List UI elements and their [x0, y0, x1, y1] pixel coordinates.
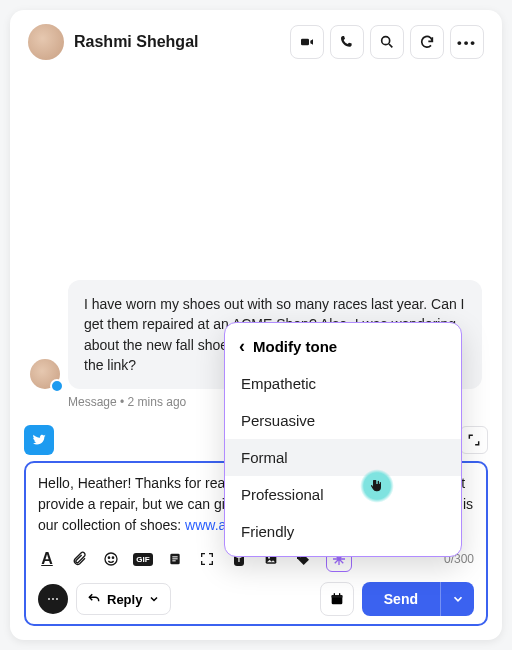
more-button[interactable]: •••	[450, 25, 484, 59]
svg-point-4	[108, 557, 109, 558]
svg-rect-14	[331, 595, 342, 598]
voice-call-button[interactable]	[330, 25, 364, 59]
svg-line-2	[389, 44, 392, 47]
contact-avatar[interactable]	[28, 24, 64, 60]
send-options-button[interactable]	[440, 582, 474, 616]
reply-label: Reply	[107, 592, 142, 607]
send-button[interactable]: Send	[362, 582, 440, 616]
template-icon[interactable]	[166, 550, 184, 568]
sender-avatar[interactable]	[30, 359, 60, 389]
cursor-indicator	[360, 469, 394, 503]
gif-icon[interactable]: GIF	[134, 550, 152, 568]
send-group: Send	[362, 582, 474, 616]
chat-window: Rashmi Shehgal ••• I have worn my shoes …	[10, 10, 502, 640]
tone-option-professional[interactable]: Professional	[225, 476, 461, 513]
tone-option-formal[interactable]: Formal	[225, 439, 461, 476]
svg-point-5	[112, 557, 113, 558]
more-icon: •••	[457, 35, 477, 50]
refresh-button[interactable]	[410, 25, 444, 59]
channel-twitter-icon[interactable]	[24, 425, 54, 455]
header-actions: •••	[290, 25, 484, 59]
verified-badge-icon	[50, 379, 64, 393]
search-button[interactable]	[370, 25, 404, 59]
format-text-icon[interactable]: A	[38, 550, 56, 568]
svg-rect-16	[339, 593, 340, 596]
popover-header[interactable]: ‹ Modify tone	[225, 323, 461, 365]
svg-rect-8	[172, 558, 177, 559]
attachment-icon[interactable]	[70, 550, 88, 568]
profile-switch-button[interactable]: ⋯	[38, 584, 68, 614]
modify-tone-popover: ‹ Modify tone EmpatheticPersuasiveFormal…	[224, 322, 462, 557]
popover-title: Modify tone	[253, 338, 337, 355]
expand-compose-button[interactable]	[460, 426, 488, 454]
tone-option-empathetic[interactable]: Empathetic	[225, 365, 461, 402]
back-icon[interactable]: ‹	[239, 337, 245, 355]
tone-option-friendly[interactable]: Friendly	[225, 513, 461, 550]
svg-point-3	[105, 553, 117, 565]
compose-bottom-row: ⋯ Reply Send	[38, 582, 474, 616]
fullscreen-icon[interactable]	[198, 550, 216, 568]
schedule-button[interactable]	[320, 582, 354, 616]
reply-icon	[87, 592, 101, 606]
tone-option-persuasive[interactable]: Persuasive	[225, 402, 461, 439]
chat-header: Rashmi Shehgal •••	[10, 10, 502, 74]
svg-rect-7	[172, 556, 177, 557]
svg-point-1	[382, 37, 390, 45]
contact-name[interactable]: Rashmi Shehgal	[74, 33, 198, 51]
reply-type-button[interactable]: Reply	[76, 583, 171, 615]
svg-rect-15	[333, 593, 334, 596]
svg-rect-0	[301, 39, 309, 46]
video-call-button[interactable]	[290, 25, 324, 59]
chevron-down-icon	[148, 593, 160, 605]
emoji-icon[interactable]	[102, 550, 120, 568]
svg-rect-9	[172, 560, 175, 561]
